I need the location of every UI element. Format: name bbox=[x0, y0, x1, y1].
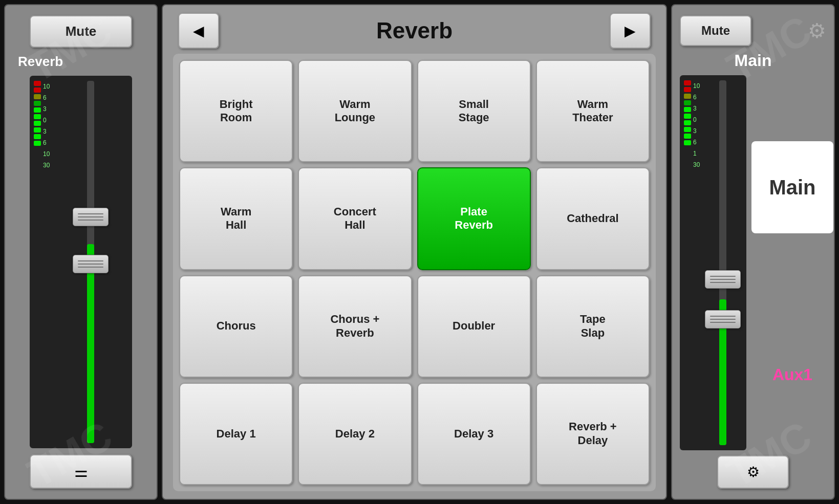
left-fader-handle-upper[interactable] bbox=[73, 208, 109, 226]
led-green-6 bbox=[34, 134, 41, 139]
right-vu-meter: 10 6 3 0 3 6 1 30 bbox=[684, 80, 700, 445]
left-section-title: Reverb bbox=[18, 54, 63, 70]
nav-right-button[interactable]: ▶ bbox=[610, 13, 651, 49]
r-led-green-4 bbox=[684, 120, 691, 125]
r-scale-30: 30 bbox=[693, 159, 700, 170]
right-settings-button[interactable]: ⚙ bbox=[717, 455, 789, 489]
left-mute-button[interactable]: Mute bbox=[30, 15, 132, 48]
preset-chorus-reverb[interactable]: Chorus +Reverb bbox=[298, 275, 412, 378]
nav-left-button[interactable]: ◀ bbox=[178, 13, 219, 49]
scale-3b: 3 bbox=[43, 126, 50, 137]
preset-warm-lounge[interactable]: WarmLounge bbox=[298, 60, 412, 162]
r-scale-10: 10 bbox=[693, 80, 700, 92]
preset-row-4: Delay 1 Delay 2 Delay 3 Reverb +Delay bbox=[179, 383, 650, 485]
right-aux-label: Aux1 bbox=[772, 365, 812, 384]
right-vu-leds bbox=[684, 80, 691, 145]
r-scale-0: 0 bbox=[693, 114, 700, 125]
preset-reverb-delay[interactable]: Reverb +Delay bbox=[536, 383, 650, 485]
r-led-yellow-1 bbox=[684, 94, 691, 99]
led-red-1 bbox=[34, 81, 41, 86]
preset-doubler[interactable]: Doubler bbox=[417, 275, 531, 378]
right-fader-area: 10 6 3 0 3 6 1 30 bbox=[680, 75, 826, 450]
left-vu-leds bbox=[34, 81, 41, 146]
scale-6a: 6 bbox=[43, 92, 50, 103]
preset-concert-hall[interactable]: ConcertHall bbox=[298, 167, 412, 270]
right-settings-icon: ⚙ bbox=[747, 464, 760, 480]
right-labels-area: Main Aux1 bbox=[751, 75, 833, 450]
preset-tape-slap[interactable]: TapeSlap bbox=[536, 275, 650, 378]
preset-warm-theater[interactable]: WarmTheater bbox=[536, 60, 650, 162]
r-led-green-1 bbox=[684, 100, 691, 105]
preset-row-3: Chorus Chorus +Reverb Doubler TapeSlap bbox=[179, 275, 650, 378]
right-section-title: Main bbox=[735, 51, 772, 70]
r-scale-3b: 3 bbox=[693, 125, 700, 137]
led-green-4 bbox=[34, 121, 41, 126]
r-led-green-5 bbox=[684, 127, 691, 132]
center-panel: ◀ Reverb ▶ BrightRoom WarmLounge SmallSt… bbox=[162, 4, 667, 500]
led-green-1 bbox=[34, 101, 41, 106]
left-scale-labels: 10 6 3 0 3 6 10 30 bbox=[43, 81, 50, 171]
left-fader-track[interactable] bbox=[53, 81, 128, 443]
scale-30: 30 bbox=[43, 160, 50, 171]
scale-3a: 3 bbox=[43, 103, 50, 115]
center-header: ◀ Reverb ▶ bbox=[173, 13, 656, 49]
right-fader-container: 10 6 3 0 3 6 1 30 bbox=[680, 75, 746, 450]
right-fader-handle-lower[interactable] bbox=[705, 310, 741, 328]
r-scale-6: 6 bbox=[693, 92, 700, 103]
right-main-label: Main bbox=[751, 141, 833, 233]
right-fader-track[interactable] bbox=[703, 80, 742, 445]
r-led-red-2 bbox=[684, 87, 691, 92]
r-led-green-2 bbox=[684, 107, 691, 112]
right-fader-handle-upper[interactable] bbox=[705, 270, 741, 289]
preset-bright-room[interactable]: BrightRoom bbox=[179, 60, 293, 162]
preset-grid: BrightRoom WarmLounge SmallStage WarmThe… bbox=[173, 54, 656, 491]
r-led-red-1 bbox=[684, 80, 691, 85]
left-fader-container: 10 6 3 0 3 6 10 30 bbox=[30, 76, 132, 448]
scale-10: 10 bbox=[43, 81, 50, 92]
preset-small-stage[interactable]: SmallStage bbox=[417, 60, 531, 162]
preset-cathedral[interactable]: Cathedral bbox=[536, 167, 650, 270]
right-scale-labels: 10 6 3 0 3 6 1 30 bbox=[693, 80, 700, 170]
r-scale-6b: 6 bbox=[693, 137, 700, 148]
right-mute-button[interactable]: Mute bbox=[680, 15, 751, 46]
preset-row-2: WarmHall ConcertHall PlateReverb Cathedr… bbox=[179, 167, 650, 270]
right-gear-icon: ⚙ bbox=[808, 19, 826, 42]
right-panel: Mute ⚙ Main bbox=[671, 4, 835, 500]
left-settings-button[interactable]: ⚌ bbox=[30, 454, 132, 489]
preset-chorus[interactable]: Chorus bbox=[179, 275, 293, 378]
r-scale-1: 1 bbox=[693, 148, 700, 159]
led-green-3 bbox=[34, 114, 41, 119]
r-led-green-3 bbox=[684, 114, 691, 119]
led-red-2 bbox=[34, 87, 41, 93]
preset-delay-1[interactable]: Delay 1 bbox=[179, 383, 293, 485]
r-led-green-7 bbox=[684, 140, 691, 145]
led-green-2 bbox=[34, 107, 41, 113]
center-title: Reverb bbox=[376, 18, 453, 43]
scale-0a: 0 bbox=[43, 115, 50, 126]
scale-10b: 10 bbox=[43, 148, 50, 160]
r-led-green-6 bbox=[684, 134, 691, 139]
r-scale-3: 3 bbox=[693, 103, 700, 114]
led-green-7 bbox=[34, 141, 41, 146]
settings-icon: ⚌ bbox=[74, 463, 88, 480]
led-green-5 bbox=[34, 127, 41, 133]
left-panel: Mute Reverb 10 6 bbox=[4, 4, 158, 500]
led-yellow-1 bbox=[34, 94, 41, 99]
preset-delay-3[interactable]: Delay 3 bbox=[417, 383, 531, 485]
left-fader-handle-lower[interactable] bbox=[73, 255, 109, 273]
preset-warm-hall[interactable]: WarmHall bbox=[179, 167, 293, 270]
preset-plate-reverb[interactable]: PlateReverb bbox=[417, 167, 531, 270]
left-vu-meter: 10 6 3 0 3 6 10 30 bbox=[34, 81, 50, 443]
preset-delay-2[interactable]: Delay 2 bbox=[298, 383, 412, 485]
preset-row-1: BrightRoom WarmLounge SmallStage WarmThe… bbox=[179, 60, 650, 162]
scale-6b: 6 bbox=[43, 137, 50, 148]
